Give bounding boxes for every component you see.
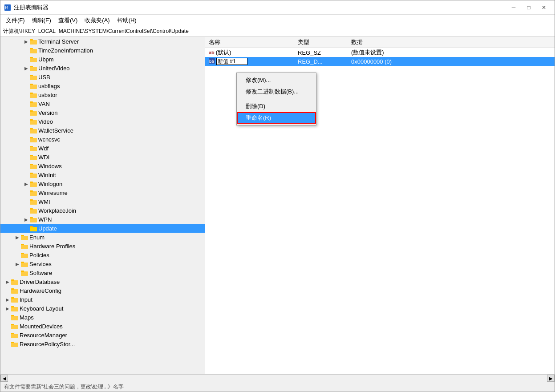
tree-item[interactable]: wcncsvc [0,135,205,144]
tree-item[interactable]: WinInit [0,170,205,179]
svg-rect-12 [30,85,37,89]
left-panel[interactable]: ▶ Terminal Server TimeZoneInformation Ub… [0,37,205,374]
tree-item[interactable]: ResourcePolicyStor... [0,339,205,348]
ctx-delete[interactable]: 删除(D) [237,101,316,112]
svg-rect-58 [11,289,18,294]
close-button[interactable]: ✕ [537,3,551,12]
expand-arrow-icon[interactable]: ▶ [23,182,30,186]
folder-icon [30,190,37,196]
svg-rect-70 [11,343,18,347]
folder-icon [30,118,37,125]
svg-rect-24 [30,138,37,142]
tree-item[interactable]: Update [0,224,205,233]
tree-item[interactable]: usbstor [0,90,205,99]
tree-item-label: Version [38,109,57,116]
menu-file[interactable]: 文件(F) [2,16,28,25]
svg-rect-65 [11,315,14,316]
tree-item-label: wcncsvc [38,136,60,143]
table-row-selected[interactable]: bb REG_D... 0x00000000 (0) [205,57,555,66]
tree-item[interactable]: ▶ Services [0,259,205,268]
expand-arrow-icon[interactable]: ▶ [23,217,30,222]
table-header: 名称 类型 数据 [205,37,555,48]
tree-item[interactable]: ▶ UnitedVideo [0,64,205,73]
tree-item[interactable]: ▶ WPN [0,215,205,224]
tree-item[interactable]: Maps [0,313,205,322]
tree-item[interactable]: ▶ Terminal Server [0,37,205,46]
folder-icon [30,207,37,214]
ctx-modify-binary[interactable]: 修改二进制数据(B)... [237,86,316,97]
tree-item[interactable]: USB [0,73,205,81]
svg-rect-69 [11,333,14,334]
tree-item[interactable]: Video [0,117,205,126]
expand-arrow-icon[interactable]: ▶ [14,262,21,267]
ctx-rename[interactable]: 重命名(R) [237,112,316,124]
tree-item[interactable]: ▶ Enum [0,233,205,242]
menu-view[interactable]: 查看(V) [55,16,81,25]
folder-icon [30,181,37,187]
expand-arrow-icon[interactable]: ▶ [23,39,30,44]
expand-arrow-icon[interactable]: ▶ [14,235,21,240]
tree-item-label: WalletService [38,127,73,134]
expand-arrow-icon[interactable]: ▶ [23,66,30,71]
tree-item[interactable]: Policies [0,251,205,259]
tree-item[interactable]: HardwareConfig [0,286,205,295]
tree-item[interactable]: Hardware Profiles [0,242,205,251]
tree-item[interactable]: WDI [0,153,205,162]
maximize-button[interactable]: □ [522,3,536,12]
scroll-right-btn[interactable]: ▶ [547,375,555,382]
svg-rect-46 [21,236,28,240]
tree-item[interactable]: Wdf [0,144,205,153]
header-name: 名称 [207,38,296,47]
tree-item[interactable]: ▶ Input [0,295,205,304]
svg-rect-6 [30,58,37,62]
tree-item[interactable]: ▶ DriverDatabase [0,277,205,286]
tree-item[interactable]: ▶ Winlogon [0,179,205,188]
rename-input[interactable] [216,58,247,65]
svg-rect-43 [30,217,33,218]
tree-item[interactable]: WalletService [0,126,205,135]
folder-icon [21,243,28,249]
tree-item-label: usbflags [38,83,60,89]
ctx-divider [237,99,316,99]
tree-item-label: Maps [20,314,34,321]
scroll-left-btn[interactable]: ◀ [0,375,8,382]
tree-item-label: Services [29,261,52,267]
svg-rect-51 [21,253,24,254]
tree-item[interactable]: MountedDevices [0,322,205,331]
tree-item-label: Policies [29,252,49,259]
expand-arrow-icon[interactable]: ▶ [4,306,11,311]
tree-item[interactable]: Winresume [0,188,205,197]
tree-item[interactable]: ResourceManager [0,331,205,339]
tree-item[interactable]: usbflags [0,81,205,90]
menu-favorites[interactable]: 收藏夹(A) [81,16,113,25]
expand-arrow-icon[interactable]: ▶ [4,297,11,302]
tree-item[interactable]: Version [0,108,205,117]
horizontal-scrollbar[interactable]: ◀ ▶ [0,374,555,382]
folder-icon [11,287,18,294]
minimize-button[interactable]: ─ [506,3,521,12]
tree-item[interactable]: ▶ Keyboard Layout [0,304,205,313]
tree-item-label: VAN [38,101,50,107]
menu-bar: 文件(F) 编辑(E) 查看(V) 收藏夹(A) 帮助(H) [0,15,555,26]
tree-item-label: Wdf [38,145,49,152]
tree-item[interactable]: WorkplaceJoin [0,206,205,215]
tree-item[interactable]: Software [0,268,205,277]
svg-rect-17 [30,101,33,103]
expand-arrow-icon[interactable]: ▶ [4,279,11,284]
tree-item[interactable]: Windows [0,162,205,170]
menu-edit[interactable]: 编辑(E) [28,16,55,25]
tree-item[interactable]: TimeZoneInformation [0,46,205,55]
folder-icon [11,323,18,329]
svg-rect-63 [11,306,14,307]
folder-icon [30,83,37,89]
tree-item[interactable]: WMI [0,197,205,206]
tree-item-label: ResourcePolicyStor... [20,341,75,348]
menu-help[interactable]: 帮助(H) [113,16,140,25]
ctx-modify[interactable]: 修改(M)... [237,74,316,86]
tree-item-label: WPN [38,216,52,223]
tree-item[interactable]: Ubpm [0,55,205,64]
svg-rect-23 [30,128,33,129]
svg-text:bb: bb [209,59,214,64]
table-row[interactable]: ab (默认) REG_SZ (数值未设置) [205,48,555,57]
tree-item[interactable]: VAN [0,99,205,108]
